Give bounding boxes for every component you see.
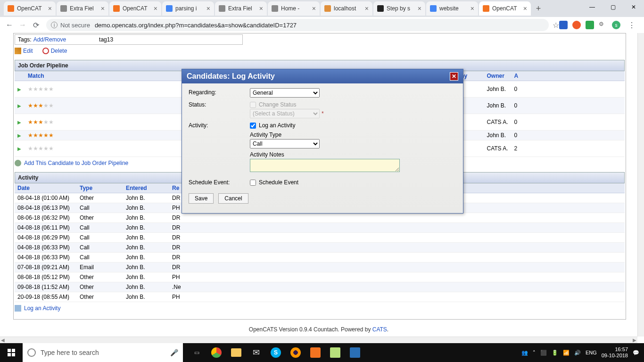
tab-close-icon[interactable]: × [259,5,263,12]
horizontal-scrollbar[interactable]: ◀▶ [0,337,637,343]
col-date[interactable]: Date [15,183,77,193]
tray-app-icon[interactable]: ⬛ [540,350,547,356]
col-entered[interactable]: Entered [123,183,169,193]
start-button[interactable] [0,343,23,362]
notifications-icon[interactable]: 💬 [633,350,639,356]
extension-icon[interactable] [586,21,594,29]
tab-close-icon[interactable]: × [365,5,369,12]
browser-tab[interactable]: Home - × [268,1,320,16]
save-button[interactable]: Save [189,193,214,204]
url-box[interactable]: i Not secure demo.opencats.org/index.php… [46,19,549,31]
task-view-icon[interactable]: ▭ [187,343,206,362]
mic-icon[interactable]: 🎤 [170,349,178,356]
modal-close-button[interactable]: ✕ [450,72,458,81]
tab-close-icon[interactable]: × [48,5,52,12]
people-icon[interactable]: 👥 [521,350,528,356]
entered-cell: John B. [123,223,169,233]
tab-close-icon[interactable]: × [101,5,105,12]
table-row: 20-09-18 (08:55 AM)OtherJohn B.PH [15,292,625,302]
tab-favicon [166,5,173,12]
system-tray: 👥 ˄ ⬛ 🔋 📶 🔊 ENG 16:57 09-10-2018 💬 [521,346,644,359]
edit-link[interactable]: Edit [15,48,33,54]
tab-close-icon[interactable]: × [154,5,157,12]
taskbar-search[interactable]: Type here to search 🎤 [23,343,183,362]
taskbar: Type here to search 🎤 ▭ ✉ S 👥 ˄ ⬛ 🔋 📶 🔊 … [0,343,644,362]
app-icon[interactable] [345,343,365,362]
profile-avatar[interactable]: s [612,21,620,29]
owner-cell: John B. [484,81,511,98]
menu-button[interactable]: ⋮ [625,18,638,32]
entered-cell: John B. [123,282,169,292]
col-a[interactable]: A [511,71,625,81]
change-status-checkbox [250,102,256,108]
schedule-event-checkbox[interactable] [250,180,256,186]
security-indicator[interactable]: i Not secure [51,22,90,29]
battery-icon[interactable]: 🔋 [552,350,558,356]
file-explorer-icon[interactable] [226,343,246,362]
a-cell: 0 [511,98,625,114]
tab-close-icon[interactable]: × [523,5,527,12]
minimize-button[interactable]: — [582,0,603,14]
windows-logo-icon [8,349,15,356]
tab-close-icon[interactable]: × [418,5,421,12]
label-regarding: Regarding: [189,88,250,98]
skype-icon[interactable]: S [266,343,286,362]
mail-icon[interactable]: ✉ [246,343,266,362]
address-bar: ← → ⟳ i Not secure demo.opencats.org/ind… [0,17,644,33]
new-tab-button[interactable]: + [532,2,545,15]
tags-add-remove-link[interactable]: Add/Remove [33,36,66,43]
col-owner[interactable]: Owner [484,71,511,81]
arrow-icon[interactable]: ▶ [17,87,21,92]
vertical-scrollbar[interactable] [637,33,644,337]
footer: OpenCATS Version 0.9.4 Countach. Powered… [0,326,637,337]
maximize-button[interactable]: ▢ [603,0,623,14]
arrow-icon[interactable]: ▶ [17,146,21,151]
log-activity-link[interactable]: Log an Activity [24,305,60,312]
browser-tab[interactable]: Step by s× [373,1,425,16]
forward-button[interactable]: → [16,18,29,32]
close-window-button[interactable]: ✕ [623,0,644,14]
arrow-icon[interactable]: ▶ [17,133,21,138]
log-activity-checkbox[interactable] [250,123,256,129]
add-pipeline-link[interactable]: Add This Candidate to Job Order Pipeline [24,160,128,166]
cats-link[interactable]: CATS [372,326,387,333]
tab-close-icon[interactable]: × [312,5,316,12]
arrow-icon[interactable]: ▶ [17,120,21,125]
browser-tab[interactable]: localhost× [321,1,372,16]
tray-chevron-icon[interactable]: ˄ [533,350,536,356]
arrow-icon[interactable]: ▶ [17,103,21,108]
browser-tab[interactable]: OpenCAT× [4,1,56,16]
chrome-icon[interactable] [206,343,226,362]
browser-tab[interactable]: parsing i× [162,1,214,16]
firefox-icon[interactable] [286,343,305,362]
notepadpp-icon[interactable] [325,343,345,362]
browser-tab[interactable]: Extra Fiel× [57,1,108,16]
activity-notes-textarea[interactable] [250,159,400,172]
tab-close-icon[interactable]: × [471,5,474,12]
browser-tab[interactable]: website × [426,1,478,16]
browser-tab[interactable]: Extra Fiel× [215,1,267,16]
wifi-icon[interactable]: 📶 [563,350,570,356]
delete-link[interactable]: Delete [42,48,67,54]
tab-favicon [272,5,278,12]
col-type[interactable]: Type [77,183,123,193]
back-button[interactable]: ← [3,18,16,32]
tab-favicon [377,5,384,12]
bookmark-star-icon[interactable]: ☆ [553,21,559,30]
clock[interactable]: 16:57 09-10-2018 [602,346,628,359]
language-indicator[interactable]: ENG [586,350,597,355]
activity-type-select[interactable]: Call [250,139,320,148]
info-icon: i [51,22,58,28]
extension-icon[interactable] [572,21,581,29]
owner-cell: CATS A. [484,140,511,157]
extension-icon[interactable] [559,21,568,29]
extension-icon[interactable]: ⚙ [599,21,607,29]
tab-close-icon[interactable]: × [206,5,210,12]
browser-tab[interactable]: OpenCAT× [479,1,531,16]
volume-icon[interactable]: 🔊 [574,350,581,356]
browser-tab[interactable]: OpenCAT× [109,1,161,16]
cancel-button[interactable]: Cancel [218,193,248,204]
xampp-icon[interactable] [305,343,325,362]
regarding-select[interactable]: General [250,88,320,98]
reload-button[interactable]: ⟳ [29,18,42,32]
